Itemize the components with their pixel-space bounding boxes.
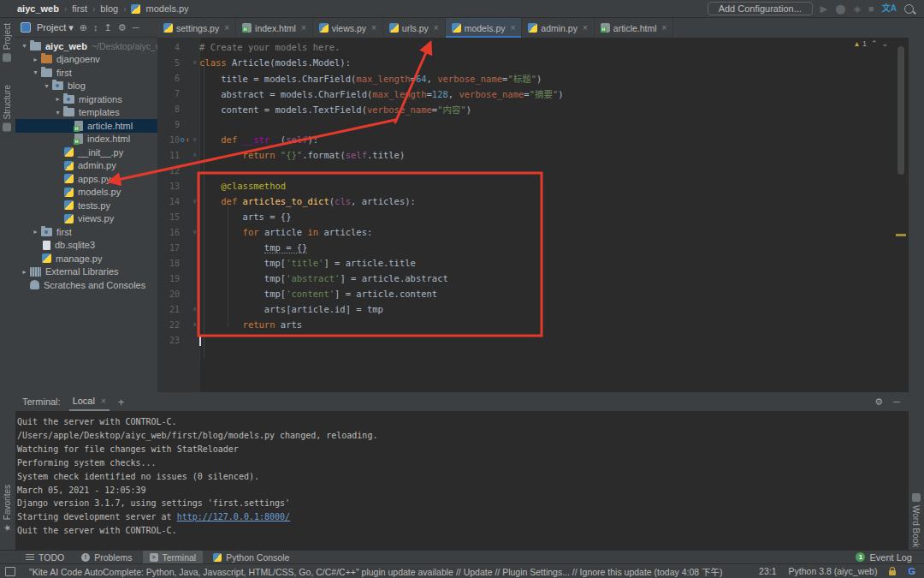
tree-arrow[interactable]: ▾ bbox=[19, 42, 30, 50]
code-line[interactable]: 19 tmp['abstract'] = article.abstract bbox=[157, 271, 909, 286]
project-panel-title[interactable]: Project ▾ bbox=[37, 22, 74, 33]
lock-icon[interactable] bbox=[889, 570, 896, 575]
code-line[interactable]: 14∨ def articles_to_dict(cls, articles): bbox=[157, 194, 909, 209]
tree-item-manage.py[interactable]: manage.py bbox=[15, 252, 157, 265]
tree-item-blog[interactable]: ▾blog bbox=[15, 80, 157, 93]
code-line[interactable]: 17 tmp = {} bbox=[157, 240, 909, 255]
breadcrumb-item[interactable]: blog bbox=[100, 3, 118, 14]
google-icon[interactable]: G bbox=[908, 566, 915, 576]
new-terminal-icon[interactable]: + bbox=[118, 396, 125, 408]
interpreter-selector[interactable]: Python 3.8 (aiyc_web) bbox=[789, 566, 878, 576]
code-line[interactable]: 12 bbox=[157, 163, 909, 178]
close-icon[interactable]: × bbox=[224, 23, 229, 33]
code-line[interactable]: 6 title = models.CharField(max_length=64… bbox=[157, 70, 909, 86]
collapse-all-icon[interactable]: ↥ bbox=[104, 22, 112, 33]
code-line[interactable]: 20 tmp['content'] = article.content bbox=[157, 286, 909, 301]
editor-tab-article.html[interactable]: article.html× bbox=[595, 18, 674, 38]
tree-item-apps.py[interactable]: apps.py bbox=[15, 172, 157, 186]
tool-window-tab-structure[interactable]: Structure bbox=[3, 85, 12, 132]
prev-warning-icon[interactable]: ⌃ bbox=[871, 39, 878, 48]
close-icon[interactable]: × bbox=[583, 23, 588, 33]
tree-arrow[interactable]: ▸ bbox=[30, 56, 41, 63]
tree-arrow[interactable]: ▸ bbox=[52, 95, 63, 103]
code-line[interactable]: 5∨class Article(models.Model): bbox=[157, 55, 909, 70]
code-line[interactable]: 8 content = models.TextField(verbose_nam… bbox=[157, 101, 909, 116]
event-log-button[interactable]: 1Event Log bbox=[856, 552, 924, 563]
code-line[interactable]: 18 tmp['title'] = article.title bbox=[157, 255, 909, 271]
inspection-widget[interactable]: ▲ 1 ⌃ ⌄ bbox=[853, 39, 888, 48]
code-line[interactable]: 23 bbox=[157, 332, 909, 348]
code-line[interactable]: 9 bbox=[157, 116, 909, 132]
fold-marker[interactable]: ∧ bbox=[190, 306, 199, 313]
tree-item-templates[interactable]: ▾templates bbox=[15, 106, 157, 120]
code-editor[interactable]: 4# Create your models here.5∨class Artic… bbox=[157, 38, 909, 392]
tool-window-toggle-icon[interactable] bbox=[5, 567, 15, 576]
tree-item-article.html[interactable]: article.html bbox=[15, 119, 157, 133]
close-icon[interactable]: × bbox=[301, 23, 306, 33]
terminal-output[interactable]: Quit the server with CONTROL-C./Users/ap… bbox=[15, 413, 909, 550]
code-line[interactable]: 15 arts = {} bbox=[157, 209, 909, 224]
tool-window-button-problems[interactable]: !Problems bbox=[74, 551, 139, 564]
tool-window-button-python-console[interactable]: Python Console bbox=[206, 551, 296, 564]
tree-item-external-libraries[interactable]: ▸External Libraries bbox=[15, 265, 157, 279]
next-warning-icon[interactable]: ⌄ bbox=[881, 39, 888, 48]
editor-tab-models.py[interactable]: models.py× bbox=[446, 18, 523, 38]
warning-stripe-mark[interactable] bbox=[896, 234, 906, 236]
breadcrumb-item[interactable]: aiyc_web bbox=[17, 3, 59, 14]
tree-item-djangoenv[interactable]: ▸djangoenv bbox=[15, 53, 157, 67]
close-icon[interactable]: × bbox=[511, 23, 516, 33]
debug-icon[interactable]: ⬤ bbox=[835, 2, 845, 15]
fold-marker[interactable]: ∨ bbox=[190, 198, 199, 205]
hide-panel-icon[interactable]: ─ bbox=[133, 22, 139, 33]
tree-item-scratches-and-consoles[interactable]: Scratches and Consoles bbox=[15, 278, 157, 292]
expand-all-icon[interactable]: ↕ bbox=[93, 22, 98, 33]
code-line[interactable]: 10↑∨ def __str__(self): bbox=[157, 132, 909, 147]
editor-tab-index.html[interactable]: index.html× bbox=[236, 18, 313, 38]
add-configuration-button[interactable]: Add Configuration... bbox=[708, 2, 813, 15]
terminal-settings-gear-icon[interactable]: ⚙ bbox=[874, 396, 883, 408]
fold-marker[interactable]: ∨ bbox=[190, 136, 199, 143]
code-line[interactable]: 11∧ return "{}".format(self.title) bbox=[157, 147, 909, 163]
fold-marker[interactable]: ∧ bbox=[190, 321, 199, 328]
editor-tab-admin.py[interactable]: admin.py× bbox=[522, 18, 594, 38]
tree-item-views.py[interactable]: views.py bbox=[15, 212, 157, 226]
coverage-icon[interactable]: ◈ bbox=[854, 2, 861, 15]
tree-arrow[interactable]: ▾ bbox=[52, 109, 63, 116]
tree-item-first[interactable]: ▸first bbox=[15, 225, 157, 239]
code-line[interactable]: 7 abstract = models.CharField(max_length… bbox=[157, 86, 909, 101]
status-message[interactable]: "Kite AI Code AutoComplete: Python, Java… bbox=[29, 565, 723, 578]
tree-item-admin.py[interactable]: admin.py bbox=[15, 159, 157, 173]
code-line[interactable]: 13 @classmethod bbox=[157, 178, 909, 194]
locate-file-icon[interactable]: ⊕ bbox=[80, 22, 87, 33]
terminal-hide-icon[interactable]: ─ bbox=[893, 396, 900, 408]
tree-arrow[interactable]: ▸ bbox=[19, 268, 30, 276]
terminal-tab-local[interactable]: Local× bbox=[69, 392, 110, 411]
editor-tab-views.py[interactable]: views.py× bbox=[313, 18, 383, 38]
run-icon[interactable]: ▶ bbox=[820, 2, 827, 15]
tool-window-tab-word-book[interactable]: Word Book bbox=[911, 493, 921, 547]
breadcrumb-item[interactable]: models.py bbox=[145, 3, 188, 14]
tree-item-migrations[interactable]: ▸migrations bbox=[15, 92, 157, 106]
close-icon[interactable]: × bbox=[662, 23, 667, 33]
tree-item-index.html[interactable]: index.html bbox=[15, 133, 157, 146]
server-url-link[interactable]: http://127.0.0.1:8000/ bbox=[177, 512, 290, 521]
fold-marker[interactable]: ∨ bbox=[190, 59, 199, 66]
tree-item-__init__.py[interactable]: __init__.py bbox=[15, 146, 157, 159]
editor-scrollbar[interactable] bbox=[897, 46, 904, 175]
stop-icon[interactable]: ■ bbox=[868, 2, 874, 15]
code-line[interactable]: 21∧ arts[article.id] = tmp bbox=[157, 301, 909, 317]
tool-window-button-terminal[interactable]: >Terminal bbox=[143, 551, 204, 564]
fold-marker[interactable]: ∨ bbox=[190, 229, 199, 235]
tree-item-aiyc_web[interactable]: ▾aiyc_web~/Desktop/aiyc_we bbox=[15, 39, 157, 53]
breadcrumb-item[interactable]: first bbox=[72, 3, 87, 14]
tree-item-models.py[interactable]: models.py bbox=[15, 186, 157, 200]
settings-gear-icon[interactable]: ⚙ bbox=[118, 22, 127, 33]
tree-arrow[interactable]: ▾ bbox=[30, 69, 41, 76]
tree-item-first[interactable]: ▾first bbox=[15, 66, 157, 80]
search-icon[interactable] bbox=[904, 4, 914, 14]
tree-arrow[interactable]: ▾ bbox=[41, 82, 52, 90]
code-line[interactable]: 22∧ return arts bbox=[157, 317, 909, 332]
tree-item-db.sqlite3[interactable]: db.sqlite3 bbox=[15, 239, 157, 253]
close-icon[interactable]: × bbox=[101, 396, 106, 406]
code-line[interactable]: 16∨ for article in articles: bbox=[157, 224, 909, 240]
